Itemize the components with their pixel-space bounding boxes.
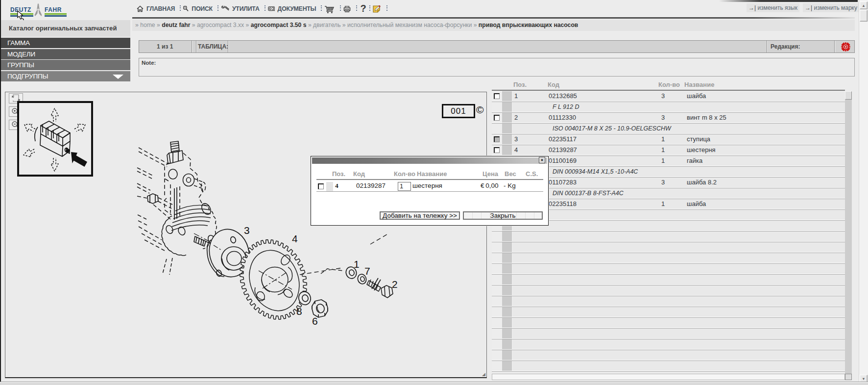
svg-text:6: 6 bbox=[312, 315, 318, 327]
svg-text:8: 8 bbox=[296, 306, 302, 317]
svg-text:3: 3 bbox=[244, 225, 250, 236]
svg-text:1: 1 bbox=[354, 258, 360, 270]
svg-text:4: 4 bbox=[292, 233, 298, 244]
svg-text:7: 7 bbox=[364, 265, 370, 277]
svg-text:2: 2 bbox=[392, 279, 398, 290]
